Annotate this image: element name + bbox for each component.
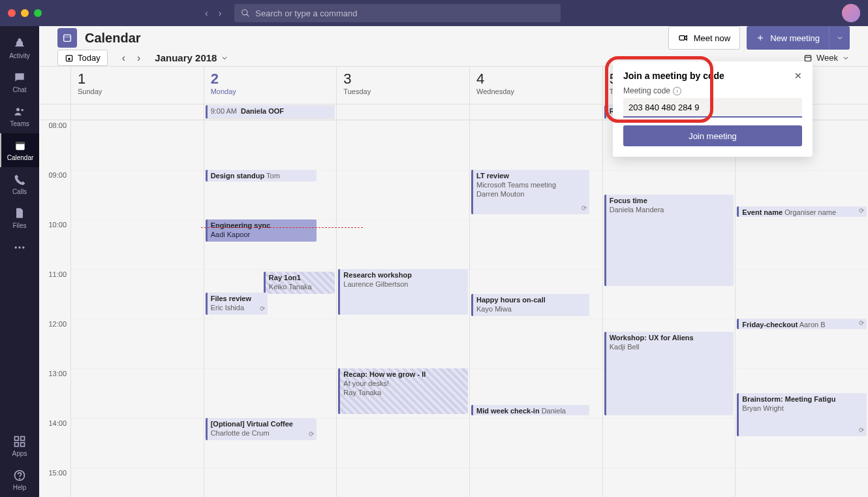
meeting-code-input[interactable] xyxy=(623,98,802,118)
svg-rect-9 xyxy=(15,437,19,441)
rail-chat[interactable]: Chat xyxy=(0,65,39,99)
titlebar: ‹ › Search or type a command xyxy=(0,0,868,26)
recurring-icon: ⟳ xyxy=(260,304,265,313)
close-window[interactable] xyxy=(8,9,16,17)
popover-title: Join a meeting by code xyxy=(623,71,724,81)
day-header[interactable]: 1Sunday xyxy=(70,67,204,104)
today-icon xyxy=(65,54,74,63)
forward-button[interactable]: › xyxy=(219,8,222,18)
event[interactable]: Focus timeDaniela Mandera xyxy=(604,195,734,286)
time-column: 08:00 09:00 10:00 11:00 12:00 13:00 14:0… xyxy=(39,120,70,497)
event[interactable]: Mid week check-in Daniela xyxy=(471,405,589,415)
chevron-down-icon xyxy=(842,54,850,62)
svg-point-6 xyxy=(15,246,17,248)
event[interactable]: Workshop: UX for AliensKadji Bell xyxy=(604,332,734,415)
back-button[interactable]: ‹ xyxy=(205,8,208,18)
day-column-thursday[interactable]: Focus timeDaniela Mandera Workshop: UX f… xyxy=(602,120,736,497)
chevron-down-icon xyxy=(836,34,844,42)
event[interactable]: Happy hours on-callKayo Miwa xyxy=(471,294,589,316)
event[interactable]: Friday-checkout Aaron B ⟳ xyxy=(737,319,867,329)
day-header[interactable]: 4Wednesday xyxy=(469,67,602,104)
event[interactable]: Design standup Tom xyxy=(206,170,317,182)
app-rail: Activity Chat Teams Calendar Calls Files xyxy=(0,26,39,497)
event[interactable]: Research workshopLaurence Gilbertson xyxy=(338,269,468,315)
day-column-wednesday[interactable]: LT reviewMicrosoft Teams meetingDarren M… xyxy=(469,120,602,497)
recurring-icon: ⟳ xyxy=(859,319,864,328)
recurring-icon: ⟳ xyxy=(859,206,864,216)
date-range-picker[interactable]: January 2018 xyxy=(155,52,228,63)
svg-rect-22 xyxy=(805,55,811,61)
svg-point-0 xyxy=(242,10,247,15)
new-meeting-dropdown[interactable] xyxy=(829,26,850,50)
meet-now-icon xyxy=(678,33,689,43)
user-avatar[interactable] xyxy=(842,4,860,22)
search-icon xyxy=(241,8,250,18)
chevron-down-icon xyxy=(221,54,228,62)
event[interactable]: Event name Organiser name⟳ xyxy=(737,206,867,217)
rail-files[interactable]: Files xyxy=(0,201,39,235)
event[interactable]: Brainstorm: Meeting FatiguBryan Wright⟳ xyxy=(737,393,867,436)
page-title: Calendar xyxy=(85,31,668,46)
next-week[interactable]: › xyxy=(137,52,140,64)
event[interactable]: Engineering syncAadi Kapoor xyxy=(206,219,317,242)
rail-help[interactable]: Help xyxy=(0,463,39,497)
svg-rect-17 xyxy=(679,36,685,40)
svg-point-8 xyxy=(22,246,24,248)
popover-close[interactable]: ✕ xyxy=(794,71,802,81)
day-column-tuesday[interactable]: Research workshopLaurence Gilbertson Rec… xyxy=(336,120,469,497)
svg-rect-12 xyxy=(21,443,25,447)
current-time-line xyxy=(201,227,363,228)
event[interactable]: Files reviewEric Ishida⟳ xyxy=(206,293,268,315)
event[interactable]: Recap: How we grow - IIAt your desks!Ray… xyxy=(338,368,468,414)
day-header[interactable]: 3Tuesday xyxy=(336,67,469,104)
svg-line-1 xyxy=(247,14,249,17)
svg-point-14 xyxy=(20,479,20,479)
recurring-icon: ⟳ xyxy=(859,426,864,435)
rail-more[interactable] xyxy=(0,235,39,261)
window-controls xyxy=(8,9,42,17)
svg-rect-11 xyxy=(15,443,19,447)
calendar-icon xyxy=(57,28,77,48)
recurring-icon: ⟳ xyxy=(309,430,314,439)
recurring-icon: ⟳ xyxy=(581,204,587,213)
new-meeting-button[interactable]: New meeting xyxy=(747,26,829,50)
prev-week[interactable]: ‹ xyxy=(122,52,125,64)
svg-point-3 xyxy=(22,109,23,111)
info-icon[interactable]: i xyxy=(673,87,681,95)
meet-now-button[interactable]: Meet now xyxy=(668,26,740,50)
search-placeholder: Search or type a command xyxy=(255,8,357,18)
allday-event[interactable]: 9:00 AM Daniela OOF xyxy=(206,105,335,119)
page-header: Calendar Meet now New meeting xyxy=(39,26,868,50)
popover-label: Meeting code i xyxy=(623,86,802,95)
day-column-monday[interactable]: Design standup Tom Engineering syncAadi … xyxy=(204,120,337,497)
rail-teams[interactable]: Teams xyxy=(0,99,39,133)
rail-calls[interactable]: Calls xyxy=(0,167,39,201)
history-nav: ‹ › xyxy=(205,8,221,18)
svg-rect-5 xyxy=(16,142,24,144)
svg-rect-10 xyxy=(21,437,25,441)
event[interactable]: LT reviewMicrosoft Teams meetingDarren M… xyxy=(471,170,589,214)
plus-icon xyxy=(756,33,765,42)
day-column-friday[interactable]: Event name Organiser name⟳ Friday-checko… xyxy=(735,120,868,497)
time-grid: 08:00 09:00 10:00 11:00 12:00 13:00 14:0… xyxy=(39,120,868,497)
event[interactable]: [Optional] Virtual CoffeeCharlotte de Cr… xyxy=(206,418,317,440)
event[interactable]: Ray 1on1Keiko Tanaka xyxy=(264,272,335,294)
svg-rect-15 xyxy=(64,35,71,41)
rail-apps[interactable]: Apps xyxy=(0,429,39,463)
svg-point-2 xyxy=(16,108,20,111)
maximize-window[interactable] xyxy=(34,9,42,17)
rail-calendar[interactable]: Calendar xyxy=(0,133,39,167)
day-column-sunday[interactable] xyxy=(70,120,204,497)
join-meeting-button[interactable]: Join meeting xyxy=(623,125,802,146)
svg-point-7 xyxy=(18,246,20,248)
rail-activity[interactable]: Activity xyxy=(0,31,39,65)
search-input[interactable]: Search or type a command xyxy=(234,4,561,22)
svg-point-21 xyxy=(69,58,70,59)
day-header[interactable]: 2Monday xyxy=(204,67,337,104)
minimize-window[interactable] xyxy=(21,9,29,17)
join-meeting-popover: Join a meeting by code ✕ Meeting code i … xyxy=(613,61,813,157)
today-button[interactable]: Today xyxy=(57,50,108,66)
